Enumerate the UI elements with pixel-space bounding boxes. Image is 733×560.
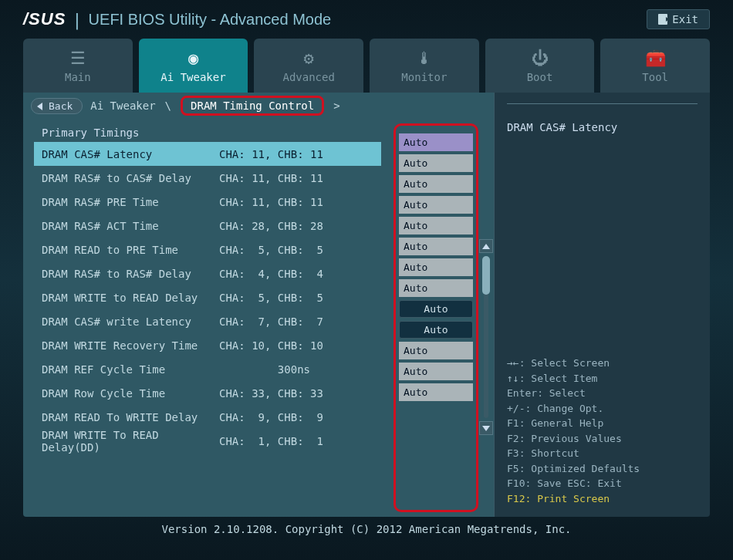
tab-main[interactable]: ☰Main (23, 39, 133, 93)
exit-label: Exit (672, 13, 698, 25)
tab-icon: ◉ (188, 48, 198, 68)
tab-label: Tool (642, 71, 668, 83)
breadcrumb-current: DRAM Timing Control (181, 96, 324, 116)
hint-line: F3: Shortcut (507, 446, 698, 461)
setting-info: 300ns (219, 363, 343, 376)
header-bar: /SUS | UEFI BIOS Utility - Advanced Mode… (0, 0, 733, 39)
value-field[interactable]: Auto (399, 133, 473, 151)
setting-row[interactable]: DRAM REF Cycle Time 300ns (34, 357, 381, 381)
hint-line: F10: Save ESC: Exit (507, 476, 698, 491)
tab-ai-tweaker[interactable]: ◉Ai Tweaker (139, 39, 248, 93)
setting-name: DRAM CAS# write Latency (42, 315, 219, 328)
scrollbar[interactable] (478, 123, 494, 512)
value-field[interactable]: Auto (399, 363, 473, 380)
content: Back Ai Tweaker \ DRAM Timing Control > … (0, 93, 733, 517)
value-field[interactable]: Auto (399, 279, 473, 297)
setting-row[interactable]: DRAM Row Cycle TimeCHA: 33, CHB: 33 (34, 381, 381, 405)
setting-info: CHA: 10, CHB: 10 (219, 339, 343, 352)
hint-line: ↑↓: Select Item (507, 371, 698, 386)
tab-boot[interactable]: ⏻Boot (485, 39, 595, 93)
setting-row[interactable]: DRAM RAS# to RAS# DelayCHA: 4, CHB: 4 (34, 261, 381, 285)
tab-label: Boot (527, 71, 553, 83)
setting-row[interactable]: DRAM READ To WRITE DelayCHA: 9, CHB: 9 (34, 405, 381, 429)
setting-name: DRAM WRITE to READ Delay (42, 292, 219, 304)
tab-label: Monitor (401, 71, 447, 83)
setting-name: DRAM RAS# ACT Time (42, 220, 219, 232)
setting-name: DRAM CAS# Latency (42, 148, 219, 160)
value-dropdown[interactable]: Auto (399, 321, 473, 339)
setting-row[interactable]: DRAM RAS# PRE TimeCHA: 11, CHB: 11 (34, 190, 381, 214)
setting-name: DRAM RAS# to CAS# Delay (42, 172, 219, 184)
setting-info: CHA: 5, CHB: 5 (219, 292, 343, 304)
tab-advanced[interactable]: ⚙Advanced (254, 39, 363, 93)
setting-row[interactable]: DRAM RAS# to CAS# DelayCHA: 11, CHB: 11 (34, 166, 381, 190)
tab-icon: ☰ (70, 48, 86, 68)
scroll-up-button[interactable] (479, 239, 493, 253)
back-label: Back (49, 100, 73, 112)
exit-button[interactable]: Exit (647, 9, 710, 29)
tab-monitor[interactable]: 🌡Monitor (370, 39, 479, 93)
setting-row[interactable]: DRAM WRITE to READ DelayCHA: 5, CHB: 5 (34, 285, 381, 309)
asus-logo: /SUS (23, 9, 66, 29)
hint-line: Enter: Select (507, 386, 698, 401)
setting-name: DRAM Row Cycle Time (42, 387, 219, 400)
setting-info: CHA: 28, CHB: 28 (219, 220, 343, 232)
value-field[interactable]: Auto (399, 342, 473, 359)
tab-bar: ☰Main◉Ai Tweaker⚙Advanced🌡Monitor⏻Boot🧰T… (0, 39, 733, 93)
setting-row[interactable]: DRAM READ to PRE TimeCHA: 5, CHB: 5 (34, 238, 381, 261)
value-field[interactable]: Auto (399, 217, 473, 234)
hint-line: F5: Optimized Defaults (507, 461, 698, 477)
setting-name: DRAM RAS# to RAS# Delay (42, 268, 219, 280)
value-field[interactable]: Auto (399, 258, 473, 276)
setting-info: CHA: 9, CHB: 9 (219, 411, 343, 423)
settings-body: Primary Timings DRAM CAS# LatencyCHA: 11… (23, 119, 494, 517)
tab-label: Ai Tweaker (160, 71, 225, 83)
setting-info: CHA: 4, CHB: 4 (219, 268, 343, 280)
setting-info: CHA: 11, CHB: 11 (219, 196, 343, 208)
setting-info: CHA: 11, CHB: 11 (219, 148, 343, 160)
value-dropdown[interactable]: Auto (399, 300, 473, 318)
value-column-highlight: AutoAutoAutoAutoAutoAutoAutoAutoAutoAuto… (394, 123, 478, 512)
setting-row[interactable]: DRAM RAS# ACT TimeCHA: 28, CHB: 28 (34, 214, 381, 238)
tab-icon: 🌡 (416, 48, 433, 68)
setting-row[interactable]: DRAM CAS# write LatencyCHA: 7, CHB: 7 (34, 309, 381, 333)
value-field[interactable]: Auto (399, 175, 473, 193)
hint-line: +/-: Change Opt. (507, 401, 698, 417)
help-panel: DRAM CAS# Latency →←: Select Screen↑↓: S… (494, 93, 710, 517)
logo-title: /SUS | UEFI BIOS Utility - Advanced Mode (23, 9, 331, 29)
help-hints: →←: Select Screen↑↓: Select ItemEnter: S… (507, 356, 698, 506)
tab-icon: ⏻ (532, 48, 549, 68)
arrow-down-icon (482, 426, 490, 431)
scroll-thumb[interactable] (482, 256, 490, 295)
breadcrumb: Back Ai Tweaker \ DRAM Timing Control > (23, 93, 494, 119)
scroll-down-button[interactable] (479, 421, 493, 435)
value-field[interactable]: Auto (399, 196, 473, 214)
setting-row[interactable]: DRAM CAS# LatencyCHA: 11, CHB: 11 (34, 142, 381, 166)
section-header: Primary Timings (34, 123, 381, 142)
exit-icon (658, 14, 667, 25)
value-field[interactable]: Auto (399, 238, 473, 255)
value-field[interactable]: Auto (399, 383, 473, 401)
tab-label: Main (65, 71, 91, 83)
setting-row[interactable]: DRAM WRITE Recovery TimeCHA: 10, CHB: 10 (34, 333, 381, 357)
settings-list: Primary Timings DRAM CAS# LatencyCHA: 11… (23, 123, 386, 512)
tab-icon: ⚙ (304, 48, 314, 68)
value-field[interactable]: Auto (399, 154, 473, 172)
setting-name: DRAM READ To WRITE Delay (42, 411, 219, 423)
tab-icon: 🧰 (645, 48, 666, 68)
footer: Version 2.10.1208. Copyright (C) 2012 Am… (0, 517, 733, 541)
hint-line: F2: Previous Values (507, 431, 698, 447)
hint-highlight: F12: Print Screen (507, 491, 698, 507)
help-title: DRAM CAS# Latency (507, 103, 698, 133)
setting-name: DRAM WRITE To READ Delay(DD) (42, 429, 219, 454)
breadcrumb-parent[interactable]: Ai Tweaker (90, 100, 155, 112)
setting-name: DRAM READ to PRE Time (42, 244, 219, 256)
setting-info: CHA: 5, CHB: 5 (219, 244, 343, 256)
setting-name: DRAM REF Cycle Time (42, 363, 219, 376)
setting-row[interactable]: DRAM WRITE To READ Delay(DD)CHA: 1, CHB:… (34, 429, 381, 453)
tab-tool[interactable]: 🧰Tool (600, 39, 710, 93)
setting-info: CHA: 1, CHB: 1 (219, 435, 343, 447)
scroll-track[interactable] (484, 256, 488, 418)
tab-label: Advanced (282, 71, 334, 83)
back-button[interactable]: Back (31, 98, 83, 114)
